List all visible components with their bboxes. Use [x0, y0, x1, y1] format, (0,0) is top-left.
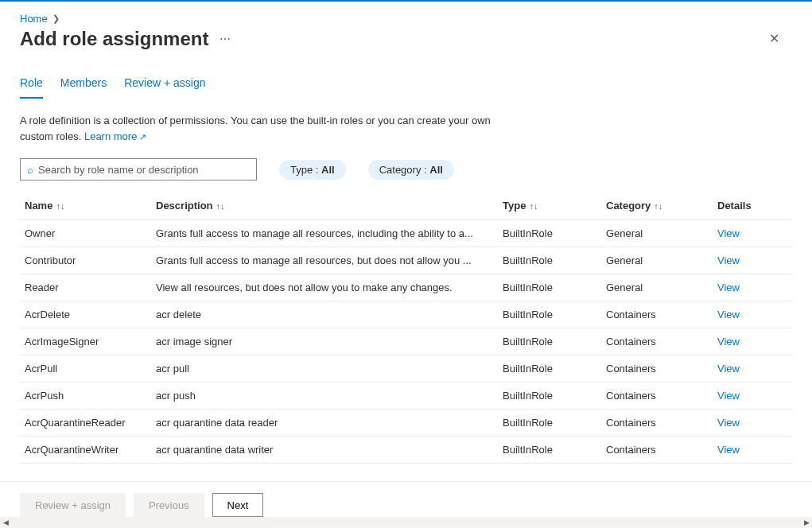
table-row[interactable]: ContributorGrants full access to manage … — [20, 247, 792, 274]
cell-description: acr delete — [151, 301, 498, 328]
cell-name: Owner — [20, 220, 151, 247]
cell-description: Grants full access to manage all resourc… — [151, 247, 498, 274]
search-box[interactable]: ⌕ — [20, 158, 257, 181]
review-assign-button: Review + assign — [20, 493, 126, 517]
cell-category: Containers — [601, 355, 713, 382]
column-header-type[interactable]: Type↑↓ — [498, 192, 601, 220]
next-button[interactable]: Next — [212, 493, 264, 517]
cell-description: View all resources, but does not allow y… — [151, 274, 498, 301]
cell-name: AcrPush — [20, 382, 151, 410]
cell-category: Containers — [601, 301, 713, 328]
cell-details: View — [713, 220, 792, 247]
column-header-details: Details — [713, 192, 792, 220]
cell-type: BuiltInRole — [498, 274, 601, 301]
cell-type: BuiltInRole — [498, 220, 601, 247]
table-row[interactable]: OwnerGrants full access to manage all re… — [20, 220, 792, 247]
cell-description: acr quarantine data writer — [151, 437, 498, 464]
cell-name: Contributor — [20, 247, 151, 274]
close-icon[interactable]: ✕ — [764, 28, 784, 50]
view-link[interactable]: View — [717, 390, 740, 402]
cell-category: General — [601, 247, 713, 274]
scroll-left-icon[interactable]: ◀ — [0, 518, 11, 526]
category-filter-pill[interactable]: Category : All — [368, 160, 454, 180]
cell-category: Containers — [601, 382, 713, 410]
table-row[interactable]: AcrQuarantineReaderacr quarantine data r… — [20, 410, 792, 437]
scroll-right-icon[interactable]: ▶ — [801, 518, 812, 526]
table-row[interactable]: AcrQuarantineWriteracr quarantine data w… — [20, 437, 792, 464]
view-link[interactable]: View — [717, 254, 740, 266]
search-icon: ⌕ — [27, 164, 33, 176]
view-link[interactable]: View — [717, 281, 740, 293]
cell-type: BuiltInRole — [498, 355, 601, 382]
page-header: Add role assignment ⋯ ✕ — [0, 25, 812, 64]
page-title: Add role assignment — [20, 28, 208, 50]
cell-details: View — [713, 328, 792, 355]
column-header-category[interactable]: Category↑↓ — [601, 192, 713, 220]
chevron-right-icon: ❯ — [52, 14, 60, 24]
external-link-icon: ↗ — [137, 132, 146, 142]
cell-name: AcrPull — [20, 355, 151, 382]
sort-icon: ↑↓ — [529, 201, 538, 211]
cell-name: AcrQuarantineWriter — [20, 437, 151, 464]
cell-type: BuiltInRole — [498, 328, 601, 355]
cell-type: BuiltInRole — [498, 382, 601, 410]
cell-name: AcrDelete — [20, 301, 151, 328]
cell-description: acr image signer — [151, 328, 498, 355]
view-link[interactable]: View — [717, 363, 740, 375]
table-row[interactable]: ReaderView all resources, but does not a… — [20, 274, 792, 301]
cell-type: BuiltInRole — [498, 437, 601, 464]
horizontal-scrollbar[interactable]: ◀ ▶ — [0, 517, 812, 528]
cell-details: View — [713, 247, 792, 274]
main-content: RoleMembersReview + assign A role defini… — [0, 72, 812, 491]
cell-details: View — [713, 382, 792, 410]
search-input[interactable] — [38, 164, 250, 176]
cell-category: Containers — [601, 410, 713, 437]
filter-row: ⌕ Type : All Category : All — [20, 158, 792, 181]
cell-category: General — [601, 220, 713, 247]
cell-details: View — [713, 274, 792, 301]
cell-category: General — [601, 274, 713, 301]
footer-actions: Review + assign Previous Next — [0, 481, 812, 517]
table-row[interactable]: AcrDeleteacr deleteBuiltInRoleContainers… — [20, 301, 792, 328]
cell-name: AcrQuarantineReader — [20, 410, 151, 437]
cell-description: acr pull — [151, 355, 498, 382]
previous-button: Previous — [134, 493, 204, 517]
tab-members[interactable]: Members — [60, 72, 107, 99]
cell-category: Containers — [601, 328, 713, 355]
view-link[interactable]: View — [717, 417, 740, 429]
sort-icon: ↑↓ — [654, 201, 662, 211]
table-header-row: Name↑↓ Description↑↓ Type↑↓ Category↑↓ D… — [20, 192, 792, 220]
info-text: A role definition is a collection of per… — [20, 113, 513, 144]
view-link[interactable]: View — [717, 444, 740, 456]
cell-type: BuiltInRole — [498, 247, 601, 274]
sort-icon: ↑↓ — [56, 201, 64, 211]
cell-name: Reader — [20, 274, 151, 301]
more-actions-icon[interactable]: ⋯ — [220, 33, 231, 45]
view-link[interactable]: View — [717, 336, 740, 347]
learn-more-link[interactable]: Learn more ↗ — [84, 130, 147, 142]
tab-review-assign[interactable]: Review + assign — [124, 72, 205, 99]
cell-details: View — [713, 355, 792, 382]
view-link[interactable]: View — [717, 309, 740, 320]
table-row[interactable]: AcrPullacr pullBuiltInRoleContainersView — [20, 355, 792, 382]
cell-type: BuiltInRole — [498, 301, 601, 328]
roles-table: Name↑↓ Description↑↓ Type↑↓ Category↑↓ D… — [20, 192, 792, 464]
cell-details: View — [713, 410, 792, 437]
cell-description: acr push — [151, 382, 498, 410]
sort-icon: ↑↓ — [216, 201, 225, 211]
column-header-description[interactable]: Description↑↓ — [151, 192, 498, 220]
cell-details: View — [713, 437, 792, 464]
breadcrumb-home[interactable]: Home — [20, 13, 48, 25]
type-filter-pill[interactable]: Type : All — [279, 160, 346, 180]
table-row[interactable]: AcrPushacr pushBuiltInRoleContainersView — [20, 382, 792, 410]
cell-details: View — [713, 301, 792, 328]
cell-description: acr quarantine data reader — [151, 410, 498, 437]
cell-description: Grants full access to manage all resourc… — [151, 220, 498, 247]
tab-role[interactable]: Role — [20, 72, 43, 99]
view-link[interactable]: View — [717, 227, 740, 239]
column-header-name[interactable]: Name↑↓ — [20, 192, 151, 220]
cell-name: AcrImageSigner — [20, 328, 151, 355]
cell-category: Containers — [601, 437, 713, 464]
table-row[interactable]: AcrImageSigneracr image signerBuiltInRol… — [20, 328, 792, 355]
breadcrumb: Home ❯ — [0, 2, 812, 25]
